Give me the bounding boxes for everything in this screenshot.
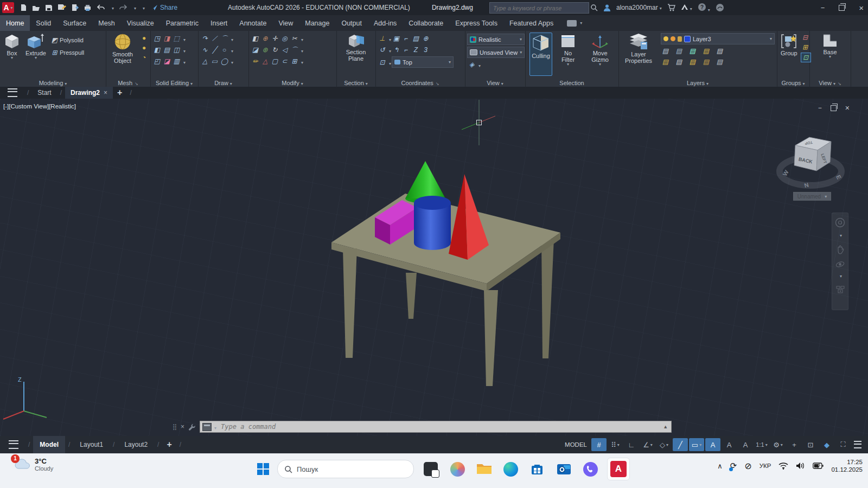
wheel-dropdown[interactable] [838,229,842,239]
new-layout-button[interactable]: + [167,440,171,450]
tab-collaborate[interactable]: Collaborate [403,15,449,31]
close-tab-icon[interactable]: × [104,89,107,97]
new-drawing-button[interactable]: + [117,88,122,98]
panel-label-mesh[interactable]: Mesh [106,80,150,86]
subtract-icon[interactable] [162,34,171,43]
tab-output[interactable]: Output [335,15,368,31]
drawing-viewport[interactable]: [-][Custom View][Realistic] − × [0,99,868,436]
taskbar-clock[interactable]: 17:25 01.12.2025 [831,458,863,473]
group-button[interactable]: Group [779,33,799,76]
file-tab-start[interactable]: Start [32,87,56,99]
group-edit-icon[interactable] [801,43,810,52]
fillet-dropdown[interactable] [299,45,303,55]
layer-freeze-tool-icon[interactable] [688,47,697,55]
layer-thaw-icon[interactable] [688,57,697,66]
help-menu[interactable]: ? [698,3,710,13]
cylinder-model[interactable] [414,196,451,250]
named-view-combo[interactable]: Unsaved View [467,47,525,58]
navigation-wheel-icon[interactable] [835,217,845,228]
volume-icon[interactable] [796,462,805,470]
tab-solid[interactable]: Solid [30,15,57,31]
snap-toggle[interactable] [608,438,623,451]
ucs-named-icon[interactable] [392,34,401,43]
orbit-icon[interactable] [835,260,845,268]
viewport-config-icon[interactable] [467,60,476,69]
stretch-icon[interactable] [270,57,279,66]
spline-icon[interactable] [210,34,219,43]
panel-label-layers[interactable]: Layers [618,80,777,86]
cart-icon[interactable] [667,4,675,11]
slice-icon[interactable] [152,46,162,54]
tab-home[interactable]: Home [0,15,30,31]
ucs-previous-icon[interactable] [378,46,387,54]
presspull-button[interactable]: Presspull [50,48,84,57]
layout-t ab-layout2[interactable]: Layout2 [118,436,154,453]
erase-icon[interactable] [251,57,260,66]
search-icon[interactable] [590,4,598,11]
mesh-dialog-launcher[interactable] [132,80,138,86]
edges-dropdown[interactable] [182,56,186,66]
model-space-badge[interactable]: MODEL [565,441,587,448]
showmotion-icon[interactable] [836,286,845,293]
workspace-switching-gear[interactable] [770,438,786,451]
save-as-icon[interactable] [58,4,66,11]
help-search-box[interactable] [489,2,589,14]
layer-off-icon[interactable] [661,47,670,55]
ucs-dropdown[interactable] [387,34,391,43]
ribbon-display-toggle[interactable] [567,15,582,31]
save-icon[interactable] [45,4,53,11]
weather-widget[interactable]: 1 3°C Cloudy [14,457,53,472]
trim-icon[interactable] [290,34,299,43]
circle-icon[interactable] [220,46,229,54]
faces-dropdown[interactable] [182,45,186,55]
array-dropdown[interactable] [299,56,303,66]
orbit-dropdown[interactable] [838,270,842,280]
isolate-objects-button[interactable] [803,438,818,451]
app-icon-taskview[interactable] [421,459,441,479]
annotation-visibility-toggle[interactable] [705,438,720,451]
tab-mesh[interactable]: Mesh [92,15,121,31]
redo-icon[interactable] [119,4,127,11]
coordinates-dialog-launcher[interactable] [433,80,439,86]
move-gizmo-button[interactable]: Move Gizmo [584,33,616,76]
grid-toggle[interactable] [591,438,607,451]
panel-label-groups[interactable]: Groups [777,80,809,86]
arc-dropdown[interactable] [229,34,233,43]
mesh-refine-icon[interactable] [139,34,149,42]
undo-icon[interactable] [97,4,105,11]
extract-edges-icon[interactable] [172,46,181,54]
scale-icon[interactable] [280,46,289,54]
tray-chevron-icon[interactable]: ∧ [717,462,723,470]
panel-label-section[interactable]: Section [336,80,375,86]
file-tab-drawing2[interactable]: Drawing2× [65,87,113,99]
minimize-button[interactable]: − [821,4,825,12]
status-customize-menu-icon[interactable] [854,441,861,448]
layer-unlock-icon[interactable] [701,57,711,66]
share-button[interactable]: Share [150,4,177,11]
app-icon-autocad-active[interactable]: A [607,458,630,480]
polar-tracking-toggle[interactable] [640,438,655,451]
layer-lock-icon[interactable] [678,36,682,42]
ucs-icon[interactable] [378,34,387,43]
panel-label-coordinates[interactable]: Coordinates [375,80,465,86]
smooth-object-button[interactable]: Smooth Object [108,33,137,76]
model-3d-scene[interactable]: Z W N E TOP BACK LEFT [0,99,868,436]
layer-freeze-icon[interactable] [671,36,675,41]
ucs-object-icon[interactable] [401,46,411,54]
panel-label-modeling[interactable]: Modeling [0,80,106,86]
autodesk-app-menu[interactable] [681,4,692,12]
app-icon-edge[interactable] [501,459,520,479]
command-drag-handle[interactable]: ⣿ [173,423,177,431]
separate-icon[interactable] [172,57,181,66]
layer-properties-button[interactable]: Layer Properties [621,33,656,76]
array-icon[interactable] [290,57,299,66]
culling-button[interactable]: Culling [529,33,552,76]
ungroup-icon[interactable] [801,33,810,42]
app-icon-viber[interactable] [580,459,600,479]
layer-on-icon[interactable] [663,36,668,41]
tab-add-ins[interactable]: Add-ins [368,15,403,31]
annotation-autoscale-toggle[interactable] [722,438,737,451]
help-search-input[interactable] [490,5,589,11]
solids-dropdown[interactable] [182,34,186,43]
section-plane-button[interactable]: Section Plane [341,33,371,76]
